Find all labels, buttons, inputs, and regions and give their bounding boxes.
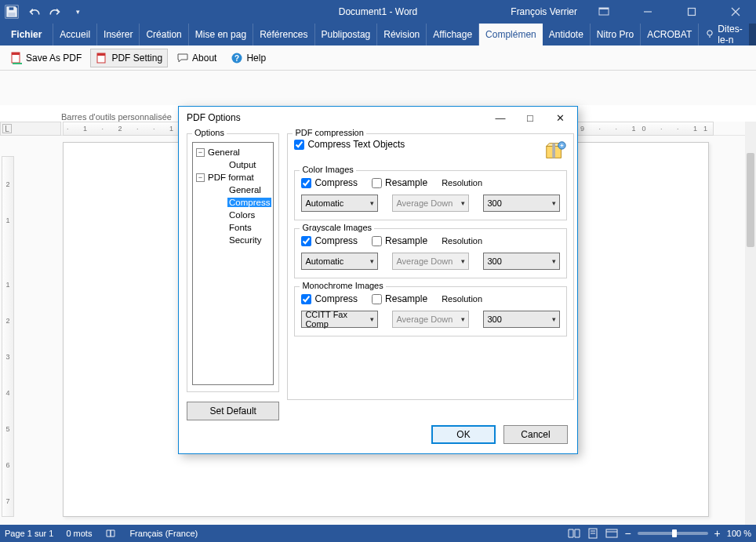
gray-method-combo[interactable]: Automatic▾ bbox=[301, 253, 378, 270]
tab-affichage[interactable]: Affichage bbox=[427, 24, 479, 45]
mono-resample-checkbox[interactable]: Resample bbox=[372, 293, 427, 304]
tab-antidote[interactable]: Antidote bbox=[543, 24, 591, 45]
color-compress-checkbox[interactable]: Compress bbox=[301, 177, 358, 188]
mono-images-legend: Monochrome Images bbox=[300, 281, 385, 290]
mono-resolution-combo[interactable]: 300▾ bbox=[483, 311, 560, 328]
about-button[interactable]: About bbox=[171, 49, 222, 67]
color-resolution-value: 300 bbox=[487, 198, 501, 208]
status-language[interactable]: Français (France) bbox=[129, 529, 198, 538]
gray-resample-input[interactable] bbox=[372, 236, 382, 246]
gray-method-value: Automatic bbox=[305, 256, 343, 266]
status-bar: Page 1 sur 1 0 mots Français (France) − … bbox=[0, 525, 756, 542]
tab-complements[interactable]: Complémen bbox=[479, 24, 543, 45]
mono-resample-input[interactable] bbox=[372, 294, 382, 304]
pdf-setting-button[interactable]: PDF Setting bbox=[90, 49, 168, 67]
pdf-setting-icon bbox=[96, 52, 108, 64]
tab-acrobat[interactable]: ACROBAT bbox=[641, 24, 699, 45]
tab-inserer[interactable]: Insérer bbox=[97, 24, 140, 45]
svg-text:?: ? bbox=[234, 54, 239, 63]
mono-resample-label: Resample bbox=[385, 293, 427, 304]
addin-toolbar: Save As PDF PDF Setting About ? Help bbox=[0, 45, 756, 71]
help-button[interactable]: ? Help bbox=[225, 49, 271, 67]
help-label: Help bbox=[246, 53, 266, 64]
scrollbar-thumb[interactable] bbox=[747, 153, 754, 247]
compress-text-input[interactable] bbox=[294, 140, 304, 150]
save-as-pdf-button[interactable]: Save As PDF bbox=[5, 49, 87, 67]
tell-me-label: Dites-le-n bbox=[718, 24, 742, 45]
help-icon: ? bbox=[231, 52, 243, 64]
dialog-minimize-icon[interactable]: — bbox=[494, 112, 507, 124]
options-group-label: Options bbox=[192, 128, 227, 137]
dialog-title: PDF Options bbox=[187, 112, 241, 123]
compress-text-checkbox[interactable]: Compress Text Objects bbox=[294, 139, 405, 150]
mono-compress-input[interactable] bbox=[301, 294, 311, 304]
color-resample-input[interactable] bbox=[372, 178, 382, 188]
color-resample-checkbox[interactable]: Resample bbox=[372, 177, 427, 188]
vertical-scrollbar[interactable] bbox=[745, 122, 756, 525]
tab-mise-en-page[interactable]: Mise en pag bbox=[189, 24, 253, 45]
set-default-button[interactable]: Set Default bbox=[187, 402, 279, 420]
dialog-close-icon[interactable]: ✕ bbox=[554, 112, 566, 124]
tree-security[interactable]: Security bbox=[227, 235, 264, 245]
dialog-titlebar[interactable]: PDF Options — □ ✕ bbox=[179, 107, 577, 129]
tab-publipostage[interactable]: Publipostag bbox=[315, 24, 378, 45]
tree-fonts[interactable]: Fonts bbox=[227, 223, 253, 232]
tab-creation[interactable]: Création bbox=[140, 24, 188, 45]
mono-compress-checkbox[interactable]: Compress bbox=[301, 293, 358, 304]
tab-references[interactable]: Références bbox=[253, 24, 314, 45]
tree-general[interactable]: General bbox=[206, 147, 242, 157]
ruler-tick: 5 bbox=[5, 425, 9, 433]
status-page[interactable]: Page 1 sur 1 bbox=[5, 529, 53, 538]
zoom-out-button[interactable]: − bbox=[624, 527, 631, 540]
read-mode-icon[interactable] bbox=[568, 527, 580, 540]
document-title: Document1 - Word bbox=[0, 6, 756, 17]
options-tree[interactable]: −General Output −PDF format General Comp… bbox=[192, 142, 274, 385]
pdf-compression-label: PDF compression bbox=[293, 128, 365, 137]
share-button[interactable]: Partager bbox=[749, 24, 756, 45]
gray-compress-checkbox[interactable]: Compress bbox=[301, 235, 358, 246]
title-bar: ▾ Document1 - Word François Verrier bbox=[0, 0, 756, 24]
chevron-down-icon: ▾ bbox=[552, 315, 556, 323]
svg-rect-16 bbox=[97, 53, 105, 56]
gray-compress-input[interactable] bbox=[301, 236, 311, 246]
vertical-ruler[interactable]: 2112345678910 bbox=[0, 136, 16, 525]
tell-me[interactable]: Dites-le-n bbox=[699, 24, 748, 45]
mono-images-group: Monochrome Images Compress Resample Reso… bbox=[294, 286, 567, 336]
chevron-down-icon: ▾ bbox=[370, 257, 374, 265]
tree-pdf-format[interactable]: PDF format bbox=[206, 173, 256, 182]
tab-revision[interactable]: Révision bbox=[377, 24, 427, 45]
color-method-combo[interactable]: Automatic▾ bbox=[301, 195, 378, 212]
tab-selector-icon[interactable]: L bbox=[2, 124, 12, 133]
cancel-button[interactable]: Cancel bbox=[503, 425, 568, 444]
tree-pdf-general[interactable]: General bbox=[227, 185, 263, 195]
color-resample-method-combo: Average Down▾ bbox=[392, 195, 469, 212]
color-resample-method-value: Average Down bbox=[396, 198, 453, 208]
web-layout-icon[interactable] bbox=[605, 527, 618, 540]
ruler-tick: 6 bbox=[5, 461, 9, 469]
status-spellcheck[interactable] bbox=[104, 527, 117, 540]
dialog-maximize-icon[interactable]: □ bbox=[524, 112, 536, 124]
tree-compress[interactable]: Compress bbox=[227, 198, 271, 207]
collapse-icon[interactable]: − bbox=[196, 148, 205, 157]
mono-method-combo[interactable]: CCITT Fax Comp▾ bbox=[301, 311, 378, 328]
gray-compress-label: Compress bbox=[314, 235, 358, 246]
print-layout-icon[interactable] bbox=[587, 527, 599, 540]
gray-resample-checkbox[interactable]: Resample bbox=[372, 235, 427, 246]
tab-file[interactable]: Fichier bbox=[0, 24, 53, 45]
color-compress-label: Compress bbox=[314, 177, 358, 188]
mono-resolution-label: Resolution bbox=[442, 294, 482, 304]
zoom-level[interactable]: 100 % bbox=[727, 529, 751, 538]
ok-button[interactable]: OK bbox=[431, 425, 496, 444]
gray-resolution-combo[interactable]: 300▾ bbox=[483, 253, 560, 270]
tab-nitropro[interactable]: Nitro Pro bbox=[591, 24, 641, 45]
collapse-icon[interactable]: − bbox=[196, 173, 205, 182]
color-compress-input[interactable] bbox=[301, 178, 311, 188]
color-resolution-combo[interactable]: 300▾ bbox=[483, 195, 560, 212]
tree-output[interactable]: Output bbox=[227, 160, 258, 169]
status-words[interactable]: 0 mots bbox=[66, 529, 92, 538]
zoom-in-button[interactable]: + bbox=[714, 527, 721, 540]
zoom-slider[interactable] bbox=[638, 532, 708, 535]
svg-rect-22 bbox=[606, 529, 617, 537]
tab-accueil[interactable]: Accueil bbox=[53, 24, 97, 45]
tree-colors[interactable]: Colors bbox=[227, 210, 256, 220]
